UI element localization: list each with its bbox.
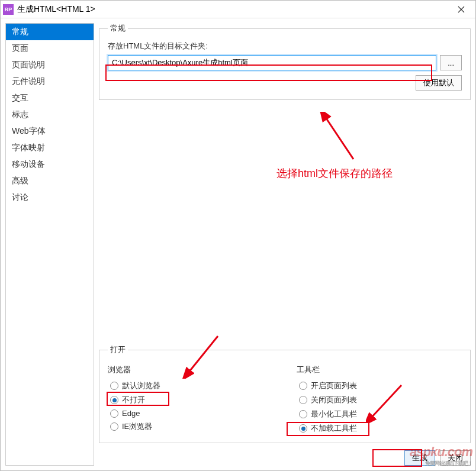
dialog-window: RP 生成HTML<HTML 1> 常规页面页面说明元件说明交互标志Web字体字… (0, 0, 476, 471)
use-default-button[interactable]: 使用默认 (416, 75, 462, 91)
sidebar: 常规页面页面说明元件说明交互标志Web字体字体映射移动设备高级讨论 (5, 23, 94, 466)
toolbar-option[interactable]: 开启页面列表 (297, 379, 462, 393)
annotation-text: 选择html文件保存的路径 (276, 166, 393, 180)
sidebar-item[interactable]: 页面说明 (6, 57, 94, 73)
general-group-title: 常规 (108, 23, 128, 34)
radio-icon (110, 422, 118, 431)
sidebar-item[interactable]: 页面 (6, 40, 94, 57)
browser-option[interactable]: 不打开 (108, 393, 273, 407)
browser-option-label: IE浏览器 (122, 421, 152, 432)
toolbar-column-title: 工具栏 (297, 364, 462, 375)
radio-icon (110, 409, 118, 418)
browser-option-label: 默认浏览器 (122, 380, 160, 391)
app-icon: RP (3, 4, 14, 15)
sidebar-item[interactable]: 讨论 (6, 189, 94, 206)
sidebar-item[interactable]: 移动设备 (6, 156, 94, 173)
sidebar-item[interactable]: Web字体 (6, 123, 94, 140)
radio-icon (299, 396, 307, 404)
toolbar-option[interactable]: 关闭页面列表 (297, 393, 462, 407)
browse-button[interactable]: ... (440, 55, 462, 70)
window-title: 生成HTML<HTML 1> (17, 4, 449, 15)
radio-icon (299, 410, 307, 418)
footer: 生成 关闭 (99, 448, 471, 466)
open-group-title: 打开 (108, 344, 128, 355)
browser-column-title: 浏览器 (108, 364, 273, 375)
radio-icon (110, 396, 118, 404)
sidebar-item[interactable]: 常规 (6, 24, 94, 40)
toolbar-option-label: 不加载工具栏 (311, 423, 357, 434)
path-label: 存放HTML文件的目标文件夹: (108, 41, 462, 51)
generate-button[interactable]: 生成 (404, 450, 435, 466)
toolbar-option[interactable]: 最小化工具栏 (297, 407, 462, 421)
browser-option[interactable]: IE浏览器 (108, 420, 273, 434)
path-input[interactable] (108, 55, 436, 70)
browser-option[interactable]: Edge (108, 407, 273, 420)
radio-icon (299, 424, 307, 433)
sidebar-item[interactable]: 元件说明 (6, 73, 94, 90)
main-panel: 常规 存放HTML文件的目标文件夹: ... 使用默认 选择html文件保存的路… (99, 23, 471, 466)
close-button[interactable]: 关闭 (440, 450, 471, 466)
toolbar-option-label: 关闭页面列表 (311, 395, 357, 405)
sidebar-item[interactable]: 高级 (6, 173, 94, 189)
close-icon (458, 6, 465, 13)
general-group: 常规 存放HTML文件的目标文件夹: ... 使用默认 (99, 23, 471, 100)
window-close-button[interactable] (449, 1, 473, 18)
radio-icon (299, 382, 307, 390)
toolbar-column: 工具栏 开启页面列表关闭页面列表最小化工具栏不加载工具栏 (297, 364, 462, 435)
sidebar-item[interactable]: 交互 (6, 90, 94, 107)
sidebar-item[interactable]: 字体映射 (6, 140, 94, 156)
toolbar-option-label: 最小化工具栏 (311, 409, 357, 420)
browser-option[interactable]: 默认浏览器 (108, 379, 273, 393)
open-group: 打开 浏览器 默认浏览器不打开EdgeIE浏览器 工具栏 开启页面列表关闭页面列… (99, 344, 471, 443)
toolbar-option[interactable]: 不加载工具栏 (297, 421, 462, 435)
sidebar-item[interactable]: 标志 (6, 107, 94, 123)
browser-option-label: 不打开 (122, 395, 145, 405)
titlebar: RP 生成HTML<HTML 1> (1, 1, 475, 18)
browser-option-label: Edge (122, 409, 140, 418)
radio-icon (110, 382, 118, 390)
dialog-body: 常规页面页面说明元件说明交互标志Web字体字体映射移动设备高级讨论 常规 存放H… (1, 18, 475, 470)
toolbar-option-label: 开启页面列表 (311, 380, 357, 391)
browser-column: 浏览器 默认浏览器不打开EdgeIE浏览器 (108, 364, 273, 435)
